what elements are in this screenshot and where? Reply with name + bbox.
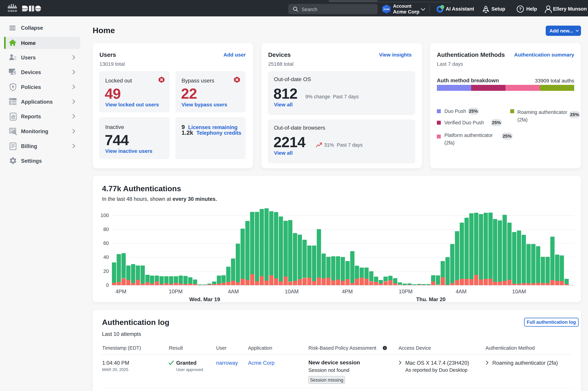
svg-text:ACME: ACME <box>383 8 389 10</box>
svg-text:i: i <box>384 346 385 350</box>
svg-text:?: ? <box>519 7 522 11</box>
